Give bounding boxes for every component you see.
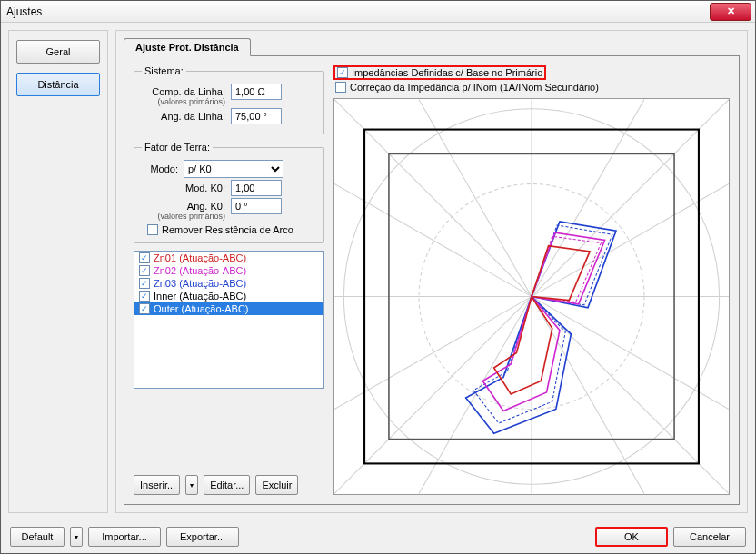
correcao-label: Correção da Impedância p/ INom (1A/INom … xyxy=(350,82,599,93)
zone-buttons-row: Inserir... ▾ Editar... Excluir xyxy=(134,470,324,495)
checkbox-icon xyxy=(335,82,346,93)
remover-resistencia-check[interactable]: Remover Resistência de Arco xyxy=(147,224,316,235)
zone-label: Zn01 (Atuação-ABC) xyxy=(154,252,246,263)
cancelar-button[interactable]: Cancelar xyxy=(673,527,746,547)
inserir-dropdown[interactable]: ▾ xyxy=(185,475,198,495)
checkbox-icon: ✓ xyxy=(139,291,150,302)
tab-ajuste-distancia[interactable]: Ajuste Prot. Distância xyxy=(124,38,251,56)
default-dropdown[interactable]: ▾ xyxy=(70,527,83,547)
imped-primario-check[interactable]: ✓ Impedâncias Definidas c/ Base no Primá… xyxy=(337,67,542,78)
remover-label: Remover Resistência de Arco xyxy=(162,224,293,235)
chevron-down-icon: ▾ xyxy=(190,481,194,490)
nav-geral[interactable]: Geral xyxy=(16,40,100,64)
angk0-label: Ang. K0: xyxy=(142,201,225,212)
inserir-button[interactable]: Inserir... xyxy=(134,475,180,495)
comp-linha-label: Comp. da Linha: xyxy=(142,86,225,97)
imped-label: Impedâncias Definidas c/ Base no Primári… xyxy=(352,67,542,78)
checkbox-icon: ✓ xyxy=(139,252,150,263)
exportar-button[interactable]: Exportar... xyxy=(166,527,239,547)
excluir-button[interactable]: Excluir xyxy=(255,475,298,495)
ajustes-window: Ajustes ✕ Geral Distância Ajuste Prot. D… xyxy=(0,0,756,554)
nav-distancia[interactable]: Distância xyxy=(16,73,100,96)
zone-item-zn01[interactable]: ✓ Zn01 (Atuação-ABC) xyxy=(134,252,323,264)
checkbox-icon xyxy=(147,224,158,235)
svg-marker-12 xyxy=(532,222,616,308)
titlebar: Ajustes ✕ xyxy=(1,1,755,23)
checkbox-icon: ✓ xyxy=(337,67,348,78)
chart-column: ✓ Impedâncias Definidas c/ Base no Primá… xyxy=(333,65,730,495)
checkbox-icon: ✓ xyxy=(139,303,150,314)
modo-label: Modo: xyxy=(142,163,178,174)
modk0-input[interactable] xyxy=(231,180,282,196)
chevron-down-icon: ▾ xyxy=(75,533,78,541)
form-column: Sistema: Comp. da Linha: (valores primár… xyxy=(134,65,324,495)
chart-checks: ✓ Impedâncias Definidas c/ Base no Primá… xyxy=(333,65,730,93)
close-icon: ✕ xyxy=(727,5,735,17)
checkbox-icon: ✓ xyxy=(139,278,150,289)
close-button[interactable]: ✕ xyxy=(710,3,751,21)
footer: Default ▾ Importar... Exportar... OK Can… xyxy=(1,520,755,553)
zone-label: Inner (Atuação-ABC) xyxy=(154,291,246,302)
nav-sidebar: Geral Distância xyxy=(8,30,108,513)
comp-linha-input[interactable] xyxy=(231,84,282,100)
modk0-label: Mod. K0: xyxy=(142,183,225,193)
fator-terra-legend: Fator de Terra: xyxy=(142,142,213,153)
zone-label: Zn03 (Atuação-ABC) xyxy=(154,278,246,289)
ok-button[interactable]: OK xyxy=(595,527,668,547)
zone-item-outer[interactable]: ✓ Outer (Atuação-ABC) xyxy=(134,302,323,315)
zone-label: Zn02 (Atuação-ABC) xyxy=(154,265,246,276)
angk0-input[interactable] xyxy=(231,198,282,214)
window-title: Ajustes xyxy=(6,5,710,18)
panel-body: Sistema: Comp. da Linha: (valores primár… xyxy=(124,55,740,505)
ang-linha-input[interactable] xyxy=(231,108,282,124)
valores-primarios-note: (valores primários) xyxy=(142,97,225,106)
zone-item-zn03[interactable]: ✓ Zn03 (Atuação-ABC) xyxy=(134,277,323,290)
importar-button[interactable]: Importar... xyxy=(88,527,161,547)
zone-item-inner[interactable]: ✓ Inner (Atuação-ABC) xyxy=(134,290,323,302)
content-area: Geral Distância Ajuste Prot. Distância S… xyxy=(1,23,755,520)
checkbox-icon: ✓ xyxy=(139,265,150,276)
editar-button[interactable]: Editar... xyxy=(204,475,250,495)
sistema-legend: Sistema: xyxy=(142,65,186,76)
correcao-inom-check[interactable]: Correção da Impedância p/ INom (1A/INom … xyxy=(335,82,730,93)
modo-select[interactable]: p/ K0 xyxy=(184,160,284,178)
sistema-group: Sistema: Comp. da Linha: (valores primár… xyxy=(134,65,324,134)
zone-list[interactable]: ✓ Zn01 (Atuação-ABC) ✓ Zn02 (Atuação-ABC… xyxy=(134,251,324,389)
ang-linha-label: Ang. da Linha: xyxy=(142,111,225,122)
zone-item-zn02[interactable]: ✓ Zn02 (Atuação-ABC) xyxy=(134,264,323,277)
fator-terra-group: Fator de Terra: Modo: p/ K0 Mod. K0: xyxy=(134,142,324,243)
valores-primarios-note2: (valores primários) xyxy=(142,212,225,221)
tab-row: Ajuste Prot. Distância xyxy=(124,36,740,56)
impedance-chart xyxy=(333,98,730,495)
chart-svg xyxy=(334,99,729,494)
main-panel: Ajuste Prot. Distância Sistema: Comp. da… xyxy=(115,30,748,513)
zone-label: Outer (Atuação-ABC) xyxy=(154,303,249,314)
default-button[interactable]: Default xyxy=(10,527,65,547)
